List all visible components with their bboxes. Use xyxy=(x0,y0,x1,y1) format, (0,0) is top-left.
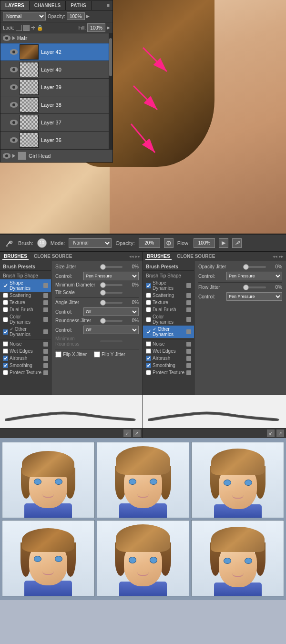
right-dual-brush-cb[interactable] xyxy=(146,307,151,312)
hair-group-row[interactable]: Hair xyxy=(0,33,112,43)
right-sidebar-wet-edges[interactable]: Wet Edges xyxy=(143,348,194,355)
opacity-pressure-btn[interactable] xyxy=(164,238,174,248)
opacity-input[interactable] xyxy=(67,12,85,20)
right-protect-texture-cb[interactable] xyxy=(146,370,151,375)
right-panel-icon-1[interactable]: ↙ xyxy=(267,429,275,437)
fill-arrow[interactable]: ▶ xyxy=(107,25,110,30)
shape-dynamics-cb[interactable] xyxy=(3,283,8,288)
layer-row-42[interactable]: Layer 42 xyxy=(0,43,112,61)
panel-menu-icon[interactable]: ≡ xyxy=(104,0,112,10)
right-sidebar-dual-brush[interactable]: Dual Brush xyxy=(143,306,194,313)
right-sidebar-texture[interactable]: Texture xyxy=(143,299,194,306)
sidebar-smoothing[interactable]: Smoothing xyxy=(0,362,51,369)
left-panel-icon-1[interactable]: ↙ xyxy=(123,429,131,437)
layer-37-eye[interactable] xyxy=(10,120,18,125)
min-diameter-slider[interactable] xyxy=(100,284,123,286)
right-sidebar-protect-texture[interactable]: Protect Texture xyxy=(143,369,194,376)
right-sidebar-smoothing[interactable]: Smoothing xyxy=(143,362,194,369)
tab-layers[interactable]: LAYERS xyxy=(0,1,30,10)
right-scattering-cb[interactable] xyxy=(146,293,151,298)
left-tab-brushes[interactable]: BRUSHES xyxy=(2,253,29,260)
group-eye-icon[interactable] xyxy=(3,35,10,41)
opacity-toolbar-input[interactable] xyxy=(139,238,160,248)
bottom-group-row[interactable]: Girl Head xyxy=(0,149,112,162)
layer-36-eye[interactable] xyxy=(10,137,18,143)
blend-mode-select[interactable]: Normal xyxy=(3,12,46,20)
airbrush-btn[interactable] xyxy=(232,238,242,248)
lock-icon-image[interactable] xyxy=(23,25,30,31)
brush-size-circle[interactable]: 10 xyxy=(37,238,47,248)
fill-input[interactable] xyxy=(87,23,105,32)
right-sidebar-brush-tip[interactable]: Brush Tip Shape xyxy=(143,272,194,279)
angle-control-select[interactable]: Off xyxy=(83,307,139,316)
right-tab-clone[interactable]: CLONE SOURCE xyxy=(175,253,217,260)
sidebar-dual-brush[interactable]: Dual Brush xyxy=(0,306,51,313)
sidebar-noise[interactable]: Noise xyxy=(0,340,51,348)
right-panel-icon-2[interactable]: ↗ xyxy=(276,429,284,437)
protect-texture-cb[interactable] xyxy=(3,370,8,375)
tab-channels[interactable]: CHANNELS xyxy=(30,1,66,10)
tab-paths[interactable]: PATHS xyxy=(66,1,91,10)
left-panel-resize[interactable]: ◂◂▸▸ xyxy=(129,254,140,259)
layer-row-38[interactable]: Layer 38 xyxy=(0,96,112,114)
other-dynamics-cb[interactable] xyxy=(3,329,8,335)
wet-edges-cb[interactable] xyxy=(3,348,8,354)
layer-row-36[interactable]: Layer 36 xyxy=(0,132,112,149)
dual-brush-cb[interactable] xyxy=(3,307,8,312)
flip-x-cb[interactable] xyxy=(55,351,61,358)
sidebar-airbrush[interactable]: Airbrush xyxy=(0,355,51,362)
sidebar-wet-edges[interactable]: Wet Edges xyxy=(0,348,51,355)
layer-38-eye[interactable] xyxy=(10,102,18,108)
right-panel-resize[interactable]: ◂◂▸▸ xyxy=(273,254,284,259)
layers-scrollbar[interactable] xyxy=(109,33,112,149)
right-color-dynamics-cb[interactable] xyxy=(146,317,151,322)
right-sidebar-color-dynamics[interactable]: Color Dynamics xyxy=(143,313,194,326)
angle-jitter-slider[interactable] xyxy=(100,302,123,304)
right-sidebar-scattering[interactable]: Scattering xyxy=(143,292,194,299)
layer-row-40[interactable]: Layer 40 xyxy=(0,61,112,79)
sidebar-brush-tip[interactable]: Brush Tip Shape xyxy=(0,272,51,279)
flow-input[interactable] xyxy=(194,238,215,248)
size-jitter-slider[interactable] xyxy=(100,266,123,268)
flow-control-select[interactable]: Pen Pressure xyxy=(226,292,282,301)
layer-row-37[interactable]: Layer 37 xyxy=(0,114,112,132)
brush-size-control[interactable]: 10 xyxy=(37,238,47,248)
sidebar-texture[interactable]: Texture xyxy=(0,299,51,306)
color-dynamics-cb[interactable] xyxy=(3,317,8,322)
right-sidebar-shape-dynamics[interactable]: Shape Dynamics xyxy=(143,279,194,292)
scattering-cb[interactable] xyxy=(3,293,8,298)
right-shape-dynamics-cb[interactable] xyxy=(146,283,151,288)
mode-select[interactable]: Normal xyxy=(69,238,112,248)
flow-jitter-slider[interactable] xyxy=(243,286,266,288)
sidebar-shape-dynamics[interactable]: Shape Dynamics xyxy=(0,279,51,292)
roundness-control-select[interactable]: Off xyxy=(83,326,139,334)
right-airbrush-cb[interactable] xyxy=(146,356,151,361)
layer-row-39[interactable]: Layer 39 xyxy=(0,79,112,96)
tilt-scale-slider[interactable] xyxy=(100,292,123,294)
right-smoothing-cb[interactable] xyxy=(146,363,151,368)
smoothing-cb[interactable] xyxy=(3,363,8,368)
right-texture-cb[interactable] xyxy=(146,300,151,305)
flow-arrow-btn[interactable]: ▶ xyxy=(219,238,228,248)
roundness-jitter-slider[interactable] xyxy=(100,320,123,322)
brush-tool-icon[interactable] xyxy=(4,238,14,248)
bottom-group-eye[interactable] xyxy=(3,153,10,159)
opacity-control-select[interactable]: Pen Pressure xyxy=(226,272,282,280)
sidebar-scattering[interactable]: Scattering xyxy=(0,292,51,299)
right-other-dynamics-cb[interactable] xyxy=(146,329,151,335)
group-collapse-arrow[interactable] xyxy=(12,36,15,40)
right-sidebar-other-dynamics[interactable]: ✓ Other Dynamics xyxy=(143,326,194,338)
control-select-1[interactable]: Pen Pressure xyxy=(83,272,139,280)
right-wet-edges-cb[interactable] xyxy=(146,348,151,354)
right-tab-brushes[interactable]: BRUSHES xyxy=(145,253,172,260)
opacity-jitter-slider[interactable] xyxy=(243,266,266,268)
sidebar-protect-texture[interactable]: Protect Texture xyxy=(0,369,51,376)
lock-icon-position[interactable]: ✛ xyxy=(31,25,35,31)
airbrush-cb[interactable] xyxy=(3,356,8,361)
lock-icon-transparent[interactable] xyxy=(16,25,22,31)
layer-39-eye[interactable] xyxy=(10,84,18,90)
lock-icon-all[interactable]: 🔒 xyxy=(37,25,43,31)
layer-42-eye[interactable] xyxy=(10,49,18,55)
sidebar-other-dynamics[interactable]: ✓ Other Dynamics xyxy=(0,326,51,338)
left-panel-icon-2[interactable]: ↗ xyxy=(133,429,141,437)
